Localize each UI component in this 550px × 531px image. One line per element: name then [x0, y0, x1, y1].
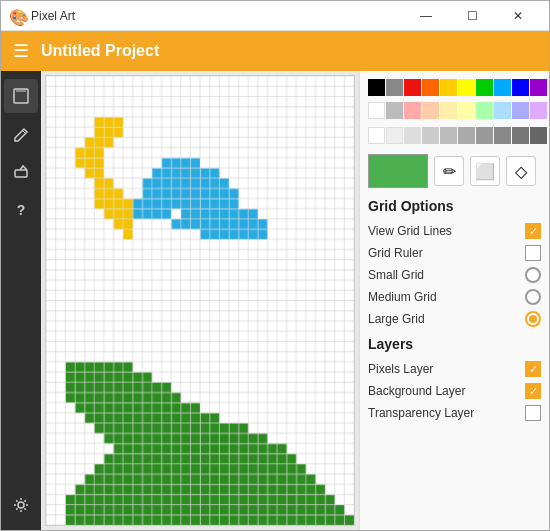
grid-options-title: Grid Options: [368, 198, 541, 214]
layers-section: Layers Pixels Layer Background Layer Tra…: [368, 336, 541, 424]
color-black[interactable]: [368, 79, 385, 96]
color-purple[interactable]: [530, 79, 547, 96]
main-area: ?: [1, 71, 549, 530]
color-blue[interactable]: [512, 79, 529, 96]
color-w8[interactable]: [494, 127, 511, 144]
background-layer-row: Background Layer: [368, 380, 541, 402]
svg-rect-3: [15, 170, 27, 177]
eyedropper-tool-button[interactable]: ◇: [506, 156, 536, 186]
color-paleblue[interactable]: [494, 102, 511, 119]
color-w1[interactable]: [368, 127, 385, 144]
color-w4[interactable]: [422, 127, 439, 144]
maximize-button[interactable]: ☐: [449, 1, 495, 31]
transparency-layer-row: Transparency Layer: [368, 402, 541, 424]
window-controls: — ☐ ✕: [403, 1, 541, 31]
help-icon[interactable]: ?: [4, 193, 38, 227]
color-gold[interactable]: [440, 79, 457, 96]
pixels-layer-checkbox[interactable]: [525, 361, 541, 377]
grid-ruler-label: Grid Ruler: [368, 246, 423, 260]
color-w7[interactable]: [476, 127, 493, 144]
color-orange[interactable]: [422, 79, 439, 96]
large-grid-label: Large Grid: [368, 312, 425, 326]
selected-color-box[interactable]: [368, 154, 428, 188]
color-palegreen[interactable]: [476, 102, 493, 119]
draw-tool-icon[interactable]: [4, 79, 38, 113]
settings-icon[interactable]: [4, 488, 38, 522]
pixels-layer-row: Pixels Layer: [368, 358, 541, 380]
color-w6[interactable]: [458, 127, 475, 144]
app-title: Pixel Art: [31, 9, 403, 23]
app-toolbar: ☰ Untitled Project: [1, 31, 549, 71]
drawing-canvas[interactable]: [46, 76, 354, 525]
small-grid-row: Small Grid: [368, 264, 541, 286]
color-peach[interactable]: [422, 102, 439, 119]
pixels-layer-label: Pixels Layer: [368, 362, 433, 376]
pencil-tool-button[interactable]: ✏: [434, 156, 464, 186]
transparency-layer-label: Transparency Layer: [368, 406, 474, 420]
eraser-tool-icon[interactable]: [4, 155, 38, 189]
color-palette-row1: [368, 79, 541, 96]
color-w2[interactable]: [386, 127, 403, 144]
app-window: 🎨 Pixel Art — ☐ ✕ ☰ Untitled Project: [0, 0, 550, 531]
color-red[interactable]: [404, 79, 421, 96]
large-grid-row: Large Grid: [368, 308, 541, 330]
color-lavendar[interactable]: [512, 102, 529, 119]
title-bar: 🎨 Pixel Art — ☐ ✕: [1, 1, 549, 31]
hamburger-icon[interactable]: ☰: [13, 40, 29, 62]
color-sky[interactable]: [494, 79, 511, 96]
view-grid-lines-label: View Grid Lines: [368, 224, 452, 238]
right-panel: ✏ ⬜ ◇ Grid Options View Grid Lines Grid …: [359, 71, 549, 530]
color-w10[interactable]: [530, 127, 547, 144]
color-palette-row2: [368, 102, 541, 119]
grid-ruler-row: Grid Ruler: [368, 242, 541, 264]
transparency-layer-checkbox[interactable]: [525, 405, 541, 421]
color-palette-row3: [368, 127, 541, 144]
app-icon: 🎨: [9, 8, 25, 24]
color-paleyellow[interactable]: [458, 102, 475, 119]
color-yellow[interactable]: [458, 79, 475, 96]
color-mauve[interactable]: [530, 102, 547, 119]
color-green[interactable]: [476, 79, 493, 96]
grid-ruler-checkbox[interactable]: [525, 245, 541, 261]
canvas-area: [41, 71, 359, 530]
background-layer-label: Background Layer: [368, 384, 465, 398]
pixel-canvas[interactable]: [45, 75, 355, 526]
small-grid-label: Small Grid: [368, 268, 424, 282]
color-w9[interactable]: [512, 127, 529, 144]
left-sidebar: ?: [1, 71, 41, 530]
minimize-button[interactable]: —: [403, 1, 449, 31]
pencil-icon[interactable]: [4, 117, 38, 151]
medium-grid-radio[interactable]: [525, 289, 541, 305]
small-grid-radio[interactable]: [525, 267, 541, 283]
project-title: Untitled Project: [41, 42, 159, 60]
selected-color-area: ✏ ⬜ ◇: [368, 154, 541, 188]
background-layer-checkbox[interactable]: [525, 383, 541, 399]
color-gray[interactable]: [386, 79, 403, 96]
color-lightyellow[interactable]: [440, 102, 457, 119]
color-w3[interactable]: [404, 127, 421, 144]
large-grid-radio[interactable]: [525, 311, 541, 327]
medium-grid-label: Medium Grid: [368, 290, 437, 304]
view-grid-lines-row: View Grid Lines: [368, 220, 541, 242]
eraser-tool-button[interactable]: ⬜: [470, 156, 500, 186]
svg-point-4: [18, 502, 24, 508]
color-w5[interactable]: [440, 127, 457, 144]
color-lightgray[interactable]: [386, 102, 403, 119]
color-white[interactable]: [368, 102, 385, 119]
close-button[interactable]: ✕: [495, 1, 541, 31]
medium-grid-row: Medium Grid: [368, 286, 541, 308]
color-pink[interactable]: [404, 102, 421, 119]
view-grid-lines-checkbox[interactable]: [525, 223, 541, 239]
layers-title: Layers: [368, 336, 541, 352]
